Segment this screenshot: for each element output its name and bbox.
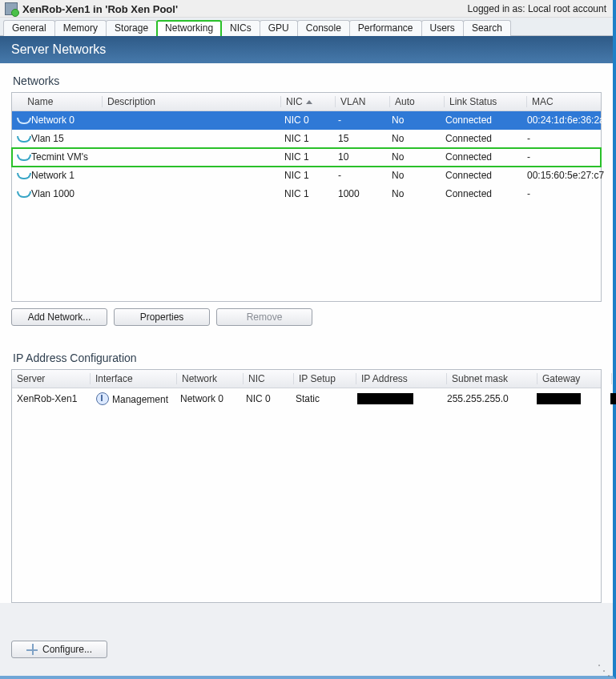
network-link: Connected (441, 115, 522, 126)
ip-grid-header: Server Interface Network NIC IP Setup IP… (12, 370, 601, 388)
ip-network: Network 0 (175, 393, 241, 404)
networks-button-row: Add Network... Properties Remove (11, 308, 602, 326)
network-icon (17, 115, 28, 125)
network-icon (17, 152, 28, 162)
networks-grid-header: Name Description NIC VLAN Auto Link Stat… (12, 93, 601, 111)
network-row[interactable]: Vlan 1000 NIC 1 1000 No Connected - 1500 (12, 185, 601, 203)
ip-gateway (532, 393, 606, 404)
network-nic: NIC 0 (280, 115, 333, 126)
network-row[interactable]: Network 1 NIC 1 - No Connected 00:15:60:… (12, 167, 601, 185)
ip-address (352, 393, 442, 404)
network-nic: NIC 1 (280, 133, 333, 144)
sort-asc-icon (306, 100, 312, 104)
properties-button[interactable]: Properties (114, 308, 210, 326)
col-vlan[interactable]: VLAN (336, 96, 390, 107)
management-icon (96, 392, 109, 405)
configure-label: Configure... (42, 644, 92, 655)
window-title: XenRob-Xen1 in 'Rob Xen Pool' (22, 3, 178, 15)
network-vlan: - (333, 115, 387, 126)
login-info: Logged in as: Local root account (468, 3, 606, 14)
col-description[interactable]: Description (103, 96, 281, 107)
tab-networking[interactable]: Networking (156, 20, 222, 36)
redacted-dns (610, 393, 616, 404)
tab-users[interactable]: Users (421, 20, 464, 36)
tab-nics[interactable]: NICs (221, 20, 260, 36)
network-link: Connected (441, 133, 522, 144)
redacted-ip (357, 393, 413, 404)
ip-config-grid[interactable]: Server Interface Network NIC IP Setup IP… (11, 369, 602, 603)
network-mac: 00:24:1d:6e:36:2a (522, 115, 616, 126)
xencenter-window: XenRob-Xen1 in 'Rob Xen Pool' Logged in … (0, 0, 616, 679)
resize-grip[interactable] (598, 661, 611, 674)
network-name: Vlan 1000 (31, 188, 74, 199)
networks-section-title: Networks (13, 74, 602, 87)
ip-mask: 255.255.255.0 (442, 393, 532, 404)
network-name: Network 0 (31, 115, 74, 126)
network-nic: NIC 1 (280, 170, 333, 181)
col-network[interactable]: Network (177, 373, 244, 384)
ip-dns (606, 393, 616, 404)
tab-memory[interactable]: Memory (54, 20, 107, 36)
networks-grid[interactable]: Name Description NIC VLAN Auto Link Stat… (11, 92, 602, 302)
col-ip-address[interactable]: IP Address (356, 373, 447, 384)
network-name: Vlan 15 (31, 133, 64, 144)
network-row[interactable]: Vlan 15 NIC 1 15 No Connected - 1500 (12, 130, 601, 148)
network-mac: - (522, 188, 616, 199)
network-auto: No (387, 115, 441, 126)
col-dns[interactable]: DNS (612, 373, 616, 384)
ip-config-row[interactable]: XenRob-Xen1 Management Network 0 NIC 0 S… (12, 388, 601, 410)
network-vlan: 15 (333, 133, 387, 144)
col-nic[interactable]: NIC (281, 96, 336, 107)
configure-icon (26, 644, 38, 655)
network-link: Connected (441, 151, 522, 163)
tab-console[interactable]: Console (297, 20, 350, 36)
tab-search[interactable]: Search (463, 20, 511, 36)
network-name: Network 1 (31, 170, 74, 181)
configure-button[interactable]: Configure... (11, 641, 107, 658)
ip-interface: Management (90, 392, 175, 405)
ip-setup: Static (291, 393, 352, 404)
col-ip-setup[interactable]: IP Setup (294, 373, 356, 384)
tab-storage[interactable]: Storage (106, 20, 157, 36)
add-network-button[interactable]: Add Network... (11, 308, 107, 326)
col-link-status[interactable]: Link Status (445, 96, 527, 107)
network-mac: - (522, 133, 616, 144)
ip-nic: NIC 0 (241, 393, 291, 404)
col-nic[interactable]: NIC (244, 373, 294, 384)
network-mac: - (522, 151, 616, 163)
network-auto: No (387, 188, 441, 199)
content-area: Networks Name Description NIC VLAN Auto … (0, 63, 613, 603)
remove-button: Remove (216, 308, 312, 326)
tab-strip: General Memory Storage Networking NICs G… (0, 18, 613, 36)
network-mac: 00:15:60:5e:27:c7 (522, 170, 616, 181)
redacted-gw (537, 393, 581, 404)
network-vlan: 1000 (333, 188, 387, 199)
col-name[interactable]: Name (12, 96, 103, 107)
network-auto: No (387, 133, 441, 144)
tab-gpu[interactable]: GPU (260, 20, 298, 36)
login-prefix: Logged in as: (468, 3, 525, 14)
network-link: Connected (441, 188, 522, 199)
server-status-icon (5, 2, 18, 15)
network-vlan: 10 (333, 151, 387, 163)
network-icon (17, 189, 28, 199)
col-server[interactable]: Server (12, 373, 91, 384)
panel-header: Server Networks (0, 36, 613, 63)
network-nic: NIC 1 (280, 151, 333, 163)
col-auto[interactable]: Auto (390, 96, 445, 107)
network-row[interactable]: Tecmint VM's NIC 1 10 No Connected - 150… (12, 148, 601, 167)
login-user: Local root account (528, 3, 606, 14)
col-subnet-mask[interactable]: Subnet mask (447, 373, 537, 384)
ip-config-section-title: IP Address Configuration (13, 352, 602, 364)
tab-general[interactable]: General (3, 20, 55, 36)
col-mac[interactable]: MAC (527, 96, 616, 107)
network-row[interactable]: Network 0 NIC 0 - No Connected 00:24:1d:… (12, 111, 601, 130)
network-name: Tecmint VM's (31, 151, 88, 163)
tab-performance[interactable]: Performance (349, 20, 422, 36)
network-link: Connected (441, 170, 522, 181)
col-interface[interactable]: Interface (91, 373, 177, 384)
network-icon (17, 134, 28, 143)
col-gateway[interactable]: Gateway (537, 373, 612, 384)
titlebar-left: XenRob-Xen1 in 'Rob Xen Pool' (5, 2, 178, 15)
network-auto: No (387, 151, 441, 163)
